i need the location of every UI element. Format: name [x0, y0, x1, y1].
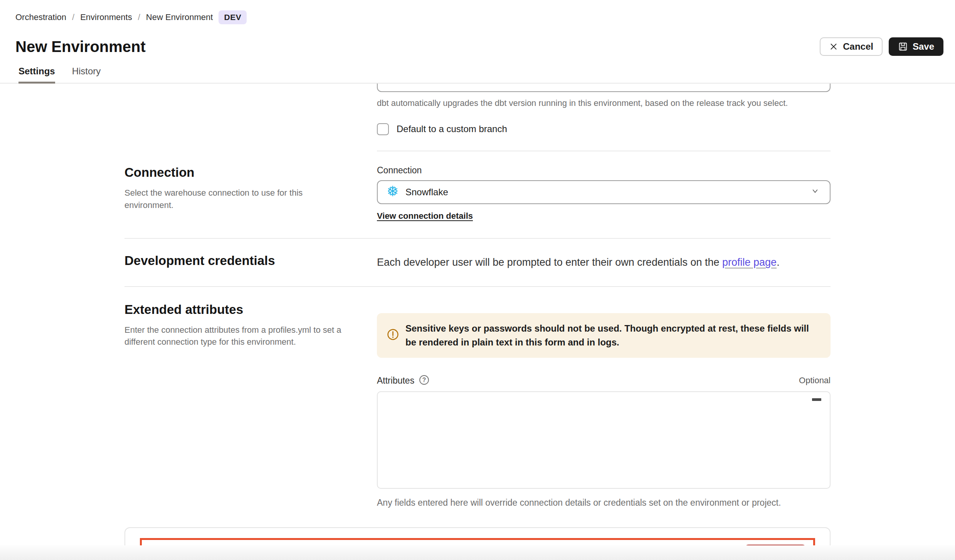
breadcrumb-new-environment[interactable]: New Environment [146, 12, 213, 22]
cancel-button-label: Cancel [843, 41, 873, 52]
sensitive-keys-warning: Sensitive keys or passwords should not b… [377, 313, 831, 358]
save-button-label: Save [913, 41, 934, 52]
dev-credentials-text-after: . [777, 257, 780, 268]
breadcrumb: Orchestration / Environments / New Envir… [15, 10, 943, 24]
breadcrumb-separator: / [72, 12, 74, 22]
snowflake-icon [387, 185, 398, 199]
save-button[interactable]: Save [889, 37, 943, 56]
environment-type-badge: DEV [219, 10, 247, 24]
release-track-input[interactable] [377, 84, 831, 92]
svg-text:?: ? [422, 376, 426, 383]
breadcrumb-separator: / [138, 12, 140, 22]
warning-icon [387, 329, 399, 342]
cancel-button[interactable]: Cancel [820, 37, 883, 56]
page-header: Orchestration / Environments / New Envir… [0, 0, 955, 56]
breadcrumb-environments[interactable]: Environments [80, 12, 132, 22]
page-title: New Environment [15, 38, 146, 55]
save-icon [898, 42, 908, 52]
close-icon [829, 42, 838, 51]
dev-credentials-text-before: Each developer user will be prompted to … [377, 257, 722, 268]
dev-credentials-text: Each developer user will be prompted to … [377, 255, 831, 270]
chevron-down-icon [810, 186, 820, 198]
view-connection-details-link[interactable]: View connection details [377, 211, 473, 221]
connection-field-label: Connection [377, 165, 831, 176]
fold-marker-icon[interactable] [812, 398, 821, 401]
attributes-editor[interactable] [377, 391, 831, 489]
warning-text: Sensitive keys or passwords should not b… [405, 322, 820, 349]
optional-label: Optional [799, 376, 831, 386]
connection-description: Select the warehouse connection to use f… [124, 187, 344, 211]
custom-branch-label: Default to a custom branch [397, 124, 507, 134]
attributes-helper: Any fields entered here will override co… [377, 496, 831, 509]
extended-attributes-description: Enter the connection attributes from a p… [124, 324, 344, 349]
page-bottom-fade [0, 545, 955, 560]
connection-heading: Connection [124, 165, 344, 180]
attributes-field-label: Attributes [377, 376, 414, 386]
extended-attributes-heading: Extended attributes [124, 302, 344, 317]
profile-page-link[interactable]: profile page [722, 257, 777, 268]
dev-credentials-heading: Development credentials [124, 253, 344, 268]
release-track-helper: dbt automatically upgrades the dbt versi… [377, 97, 831, 109]
connection-select[interactable]: Snowflake [377, 180, 831, 204]
tab-bar: Settings History [0, 66, 955, 84]
tab-settings[interactable]: Settings [18, 66, 55, 84]
breadcrumb-orchestration[interactable]: Orchestration [15, 12, 66, 22]
tab-history[interactable]: History [72, 66, 101, 84]
custom-branch-checkbox[interactable] [377, 123, 389, 135]
help-icon[interactable]: ? [419, 375, 429, 387]
connection-selected-value: Snowflake [405, 187, 448, 198]
